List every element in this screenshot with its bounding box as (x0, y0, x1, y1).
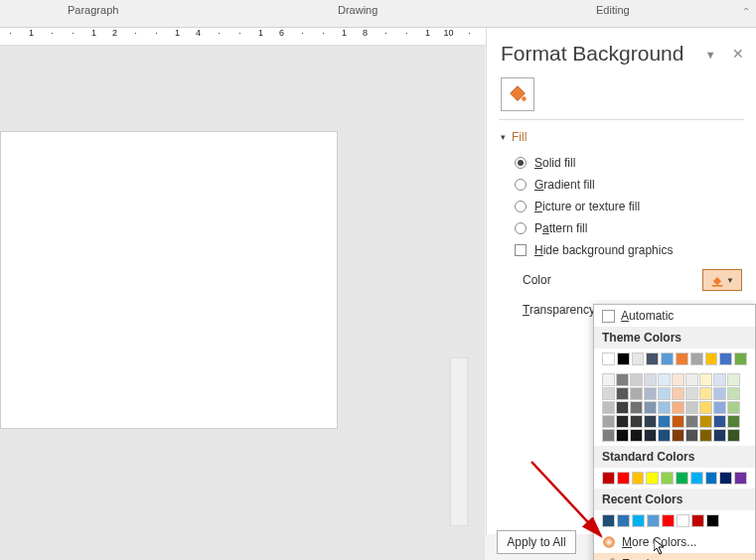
color-swatch[interactable] (699, 373, 712, 386)
theme-colors-row (594, 349, 755, 369)
color-swatch[interactable] (705, 352, 718, 365)
color-swatch[interactable] (644, 429, 657, 442)
color-swatch[interactable] (727, 387, 740, 400)
color-swatch[interactable] (705, 472, 718, 485)
hide-graphics-checkbox[interactable]: Hide background graphics (515, 239, 742, 261)
color-swatch[interactable] (685, 429, 698, 442)
color-swatch[interactable] (616, 429, 629, 442)
color-swatch[interactable] (690, 352, 703, 365)
ribbon-group-paragraph: Paragraph (68, 4, 118, 16)
chevron-down-icon: ▼ (726, 276, 734, 285)
color-swatch[interactable] (658, 429, 671, 442)
color-swatch[interactable] (630, 387, 643, 400)
color-swatch[interactable] (676, 472, 688, 485)
color-swatch[interactable] (616, 373, 629, 386)
color-swatch[interactable] (616, 415, 629, 428)
color-swatch[interactable] (602, 373, 615, 386)
color-swatch[interactable] (672, 415, 684, 428)
color-swatch[interactable] (644, 401, 657, 414)
color-swatch[interactable] (617, 352, 630, 365)
color-swatch[interactable] (719, 472, 732, 485)
color-swatch[interactable] (602, 401, 615, 414)
color-swatch[interactable] (658, 415, 671, 428)
solid-fill-radio[interactable]: Solid fill (515, 152, 742, 174)
fill-category-icon[interactable] (501, 77, 534, 111)
color-swatch[interactable] (713, 387, 726, 400)
color-swatch[interactable] (713, 373, 726, 386)
color-swatch[interactable] (661, 472, 674, 485)
slide-canvas[interactable] (0, 131, 338, 429)
color-swatch[interactable] (616, 401, 629, 414)
color-swatch[interactable] (646, 352, 659, 365)
more-colors-item[interactable]: More Colors... (594, 531, 755, 553)
standard-colors-row (594, 468, 755, 489)
color-swatch[interactable] (617, 472, 630, 485)
color-swatch[interactable] (672, 429, 684, 442)
pattern-fill-radio[interactable]: Pattern fill (515, 217, 742, 239)
color-swatch[interactable] (727, 415, 740, 428)
color-swatch[interactable] (734, 352, 747, 365)
gradient-fill-radio[interactable]: Gradient fill (515, 174, 742, 196)
color-swatch[interactable] (727, 401, 740, 414)
color-swatch[interactable] (630, 373, 643, 386)
panel-menu-icon[interactable]: ▼ (705, 49, 716, 61)
color-swatch[interactable] (658, 373, 671, 386)
color-swatch[interactable] (672, 401, 684, 414)
color-swatch[interactable] (646, 472, 659, 485)
color-swatch[interactable] (699, 429, 712, 442)
color-swatch[interactable] (672, 387, 684, 400)
eyedropper-item[interactable]: Eyedropper (594, 553, 755, 560)
color-swatch[interactable] (699, 401, 712, 414)
color-swatch[interactable] (699, 415, 712, 428)
color-swatch[interactable] (690, 472, 703, 485)
color-swatch[interactable] (662, 514, 675, 527)
color-swatch[interactable] (630, 415, 643, 428)
color-swatch[interactable] (713, 415, 726, 428)
vertical-scrollbar[interactable] (450, 357, 468, 526)
color-swatch[interactable] (727, 373, 740, 386)
color-swatch[interactable] (719, 352, 732, 365)
color-swatch[interactable] (630, 401, 643, 414)
color-picker-button[interactable]: ▼ (702, 269, 742, 291)
color-swatch[interactable] (602, 429, 615, 442)
close-panel-icon[interactable]: ✕ (732, 46, 744, 62)
color-swatch[interactable] (677, 514, 689, 527)
color-swatch[interactable] (644, 373, 657, 386)
color-swatch[interactable] (602, 352, 615, 365)
color-swatch[interactable] (685, 415, 698, 428)
ribbon-group-drawing: Drawing (338, 4, 378, 16)
color-swatch[interactable] (632, 514, 645, 527)
apply-to-all-button[interactable]: Apply to All (497, 530, 576, 554)
picture-fill-radio[interactable]: Picture or texture fill (515, 196, 742, 217)
color-swatch[interactable] (644, 415, 657, 428)
color-swatch[interactable] (617, 514, 630, 527)
color-swatch[interactable] (706, 514, 719, 527)
color-swatch[interactable] (661, 352, 674, 365)
color-swatch[interactable] (713, 401, 726, 414)
color-swatch[interactable] (658, 401, 671, 414)
color-swatch[interactable] (647, 514, 660, 527)
color-swatch[interactable] (616, 387, 629, 400)
color-swatch[interactable] (658, 387, 671, 400)
color-swatch[interactable] (734, 472, 747, 485)
color-swatch[interactable] (691, 514, 704, 527)
color-swatch[interactable] (602, 472, 615, 485)
color-swatch[interactable] (713, 429, 726, 442)
automatic-color-item[interactable]: Automatic (594, 305, 755, 327)
color-swatch[interactable] (676, 352, 688, 365)
color-swatch[interactable] (685, 387, 698, 400)
color-swatch[interactable] (672, 373, 684, 386)
color-swatch[interactable] (602, 514, 615, 527)
color-swatch[interactable] (602, 387, 615, 400)
color-swatch[interactable] (632, 472, 645, 485)
color-swatch[interactable] (699, 387, 712, 400)
color-swatch[interactable] (632, 352, 645, 365)
color-swatch[interactable] (630, 429, 643, 442)
fill-section-header[interactable]: ▾ Fill (487, 124, 756, 150)
color-swatch[interactable] (602, 415, 615, 428)
collapse-ribbon-icon[interactable]: ⌃ (742, 6, 750, 17)
color-swatch[interactable] (685, 373, 698, 386)
color-swatch[interactable] (685, 401, 698, 414)
color-swatch[interactable] (727, 429, 740, 442)
color-swatch[interactable] (644, 387, 657, 400)
